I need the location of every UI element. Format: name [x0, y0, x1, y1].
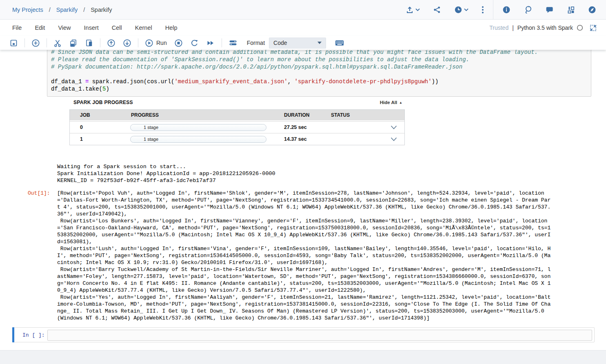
fullscreen-icon[interactable]	[589, 24, 597, 32]
chevron-down-icon[interactable]	[391, 137, 397, 142]
progress-bar: 1 stage	[130, 124, 266, 131]
cut-cell-button[interactable]	[50, 38, 65, 48]
spark-jobs-table: JOB PROGRESS DURATION STATUS 0 1 stage 2…	[69, 109, 405, 145]
command-palette-button[interactable]	[331, 38, 348, 48]
code-input-area[interactable]	[47, 330, 592, 341]
spark-job-progress-panel: SPARK JOB PROGRESS Hide All ▲ JOB PROGRE…	[69, 100, 405, 145]
move-cell-up-button[interactable]	[103, 38, 119, 48]
trusted-badge: Trusted	[489, 24, 508, 31]
spark-session-log: Waiting for a Spark session to start... …	[57, 163, 275, 184]
run-label: Run	[156, 40, 167, 46]
breadcrumb: My Projects / Sparkify / Sparkify	[0, 7, 112, 13]
cell-display-settings-button[interactable]	[225, 38, 241, 48]
breadcrumb-project[interactable]: Sparkify	[56, 7, 78, 13]
watson-studio-notebook: # Since JSON data can be semi-structured…	[0, 0, 606, 364]
breadcrumb-my-projects[interactable]: My Projects	[12, 7, 43, 13]
run-all-button[interactable]	[202, 38, 219, 48]
save-icon	[9, 39, 18, 47]
menu-file[interactable]: File	[6, 21, 28, 34]
kernel-idle-indicator-icon	[577, 24, 583, 31]
search-icon	[524, 5, 532, 14]
save-button[interactable]	[6, 38, 22, 48]
interrupt-kernel-button[interactable]	[171, 38, 186, 48]
comments-icon	[545, 6, 554, 14]
output-prompt: Out[1]:	[28, 190, 50, 196]
job-id: 1	[70, 136, 131, 142]
output-text: [Row(artist='Popol Vuh', auth='Logged In…	[57, 190, 593, 322]
col-header-duration: DURATION	[284, 112, 331, 118]
menu-view[interactable]: View	[51, 21, 77, 34]
copy-icon	[69, 39, 78, 47]
sliders-icon	[229, 39, 238, 47]
upload-button[interactable]	[399, 6, 426, 14]
notebook-content: # Since JSON data can be semi-structured…	[0, 0, 606, 350]
menu-kernel[interactable]: Kernel	[129, 21, 159, 34]
info-panel-button[interactable]	[496, 6, 517, 14]
restart-icon	[190, 39, 199, 47]
paste-icon	[85, 39, 93, 47]
project-topbar: My Projects / Sparkify / Sparkify	[0, 0, 606, 20]
empty-code-cell[interactable]: In [ ]:	[12, 327, 595, 342]
restart-kernel-button[interactable]	[186, 38, 202, 48]
run-button[interactable]: Run	[141, 38, 171, 48]
share-icon	[433, 6, 441, 14]
job-id: 0	[70, 124, 131, 130]
recent-versions-button[interactable]	[448, 6, 475, 14]
menu-insert[interactable]: Insert	[78, 21, 105, 34]
breadcrumb-notebook: Sparkify	[91, 7, 112, 13]
fast-forward-icon	[206, 39, 215, 47]
dropdown-caret-icon	[317, 42, 322, 44]
learn-button[interactable]	[582, 6, 606, 14]
cell-type-dropdown[interactable]: Code	[269, 38, 326, 49]
code-editor[interactable]: # Since JSON data can be semi-structured…	[51, 49, 587, 93]
menu-cell[interactable]: Cell	[105, 21, 129, 34]
data-panel-button[interactable]	[560, 6, 582, 14]
selected-cell-indicator	[12, 327, 14, 342]
keyboard-icon	[335, 39, 344, 47]
table-row: 1 1 stage 14.37 sec	[70, 133, 404, 145]
hide-all-button[interactable]: Hide All ▲	[380, 100, 402, 105]
cut-icon	[53, 39, 62, 47]
copy-cell-button[interactable]	[65, 38, 81, 48]
job-duration: 27.25 sec	[284, 124, 331, 130]
notebook-toolbar: Run	[0, 36, 606, 50]
menu-edit[interactable]: Edit	[28, 21, 51, 34]
kernel-name: Python 3.5 with Spark	[517, 24, 573, 31]
cell-type-value: Code	[273, 40, 287, 46]
insert-cell-button[interactable]	[28, 38, 44, 48]
share-button[interactable]	[426, 6, 448, 14]
upload-icon	[406, 6, 414, 14]
stop-icon	[174, 39, 183, 47]
input-prompt: In [ ]:	[22, 332, 45, 338]
chevron-down-icon	[415, 8, 420, 11]
col-header-job: JOB	[70, 112, 131, 118]
arrow-down-circle-icon	[123, 39, 131, 47]
format-label: Format	[247, 40, 265, 46]
code-cell[interactable]: # Since JSON data can be semi-structured…	[47, 46, 591, 97]
kebab-menu-icon	[482, 6, 484, 14]
table-row: 0 1 stage 27.25 sec	[70, 121, 404, 133]
overflow-menu-button[interactable]	[475, 6, 491, 14]
data-grid-icon	[567, 6, 575, 14]
info-icon	[502, 6, 511, 14]
menu-help[interactable]: Help	[159, 21, 184, 34]
progress-bar: 1 stage	[130, 136, 266, 143]
move-cell-down-button[interactable]	[119, 38, 135, 48]
clock-icon	[454, 6, 462, 14]
run-icon	[145, 39, 153, 47]
spark-panel-title: SPARK JOB PROGRESS	[73, 100, 133, 105]
col-header-progress: PROGRESS	[131, 112, 284, 118]
spark-table-header: JOB PROGRESS DURATION STATUS	[70, 110, 404, 120]
chevron-down-icon	[464, 8, 468, 11]
paste-cell-button[interactable]	[81, 38, 97, 48]
comments-button[interactable]	[539, 6, 560, 14]
col-header-status: STATUS	[331, 112, 404, 118]
collapse-arrow-icon: ▲	[399, 101, 402, 104]
job-duration: 14.37 sec	[284, 136, 331, 142]
find-button[interactable]	[517, 5, 539, 14]
chevron-down-icon[interactable]	[391, 125, 397, 130]
notebook-menubar: File Edit View Insert Cell Kernel Help T…	[0, 20, 606, 36]
divider	[493, 0, 493, 20]
arrow-up-circle-icon	[107, 39, 115, 47]
compass-icon	[588, 6, 596, 14]
